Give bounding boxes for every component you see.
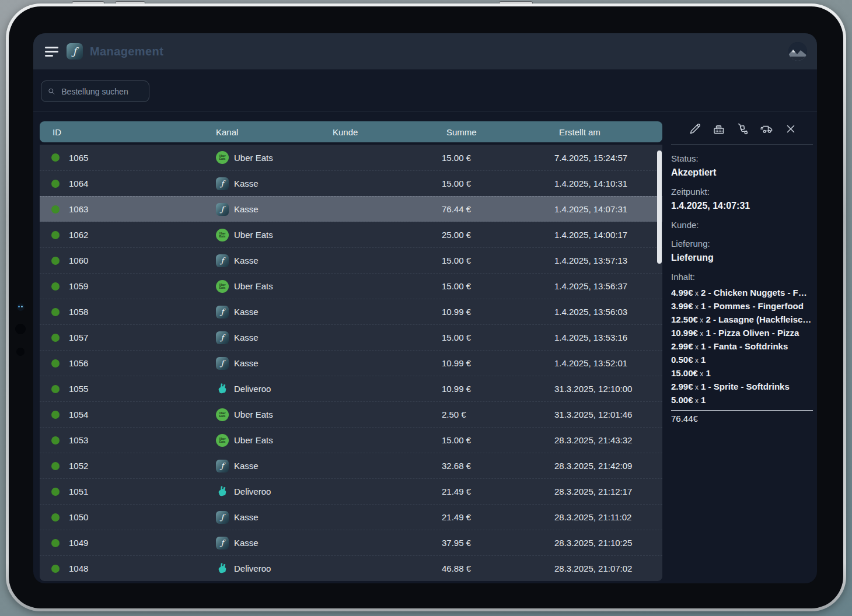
order-channel: UberEats Uber Eats	[216, 229, 333, 242]
order-sum: 76.44 €	[442, 204, 554, 214]
table-row[interactable]: 1055 Deliveroo 10.99 € 31.3.2025, 12:10:…	[40, 376, 662, 401]
order-sum: 15.00 €	[442, 332, 554, 342]
table-row[interactable]: 1059 UberEats Uber Eats 15.00 € 1.4.2025…	[40, 273, 662, 299]
uber-eats-icon: UberEats	[216, 408, 229, 421]
status-dot	[51, 436, 60, 444]
order-id: 1060	[69, 256, 216, 265]
table-row[interactable]: 1062 UberEats Uber Eats 25.00 € 1.4.2025…	[40, 222, 662, 247]
time-label: Zeitpunkt:	[671, 187, 813, 197]
table-row[interactable]: 1054 UberEats Uber Eats 2.50 € 31.3.2025…	[40, 401, 662, 427]
kasse-icon: ƒ	[216, 331, 229, 344]
deliveroo-icon	[216, 485, 229, 498]
order-channel: ƒ Kasse	[216, 331, 333, 344]
order-channel: UberEats Uber Eats	[216, 434, 333, 447]
front-camera-icon	[17, 303, 25, 311]
order-sum: 15.00 €	[442, 281, 554, 291]
page-title: Management	[90, 33, 163, 69]
order-channel: Deliveroo	[216, 485, 333, 498]
avatar[interactable]	[788, 42, 807, 61]
order-id: 1052	[69, 461, 216, 471]
close-icon[interactable]	[784, 122, 798, 136]
order-item: 10.99€ x 1 - Pizza Oliven - Pizza	[671, 327, 813, 340]
order-channel: UberEats Uber Eats	[216, 408, 333, 421]
order-created: 1.4.2025, 14:10:31	[554, 178, 662, 188]
channel-label: Uber Eats	[234, 230, 273, 240]
delivery-value: Lieferung	[671, 253, 813, 263]
search-input[interactable]	[60, 86, 143, 97]
table-row[interactable]: 1052 ƒ Kasse 32.68 € 28.3.2025, 21:42:09	[40, 453, 662, 478]
scrollbar-thumb[interactable]	[657, 150, 662, 264]
status-dot	[51, 308, 60, 316]
column-header-id: ID	[53, 127, 216, 137]
order-sum: 46.88 €	[442, 564, 554, 573]
cash-register-icon[interactable]	[712, 122, 726, 136]
table-row[interactable]: 1051 Deliveroo 21.49 € 28.3.2025, 21:12:…	[40, 478, 662, 504]
order-id: 1054	[69, 410, 216, 419]
order-sum: 10.99 €	[442, 307, 554, 317]
time-value: 1.4.2025, 14:07:31	[671, 201, 813, 211]
kasse-icon: ƒ	[216, 511, 229, 524]
status-dot	[51, 539, 60, 547]
channel-label: Kasse	[234, 358, 259, 368]
search-box	[41, 80, 149, 102]
edit-icon[interactable]	[688, 122, 702, 136]
order-id: 1062	[69, 230, 216, 240]
channel-label: Kasse	[234, 178, 259, 188]
order-channel: ƒ Kasse	[216, 511, 333, 524]
order-items-list: 4.99€ x 2 - Chicken Nuggets - F… 3.99€ x…	[671, 286, 813, 407]
order-sum: 2.50 €	[442, 410, 554, 419]
order-created: 28.3.2025, 21:42:09	[554, 461, 662, 471]
table-row[interactable]: 1056 ƒ Kasse 10.99 € 1.4.2025, 13:52:01	[40, 350, 662, 376]
channel-label: Kasse	[234, 256, 259, 265]
table-row[interactable]: 1057 ƒ Kasse 15.00 € 1.4.2025, 13:53:16	[40, 324, 662, 350]
uber-eats-icon: UberEats	[216, 434, 229, 447]
table-row[interactable]: 1064 ƒ Kasse 15.00 € 1.4.2025, 14:10:31	[40, 170, 662, 196]
order-id: 1064	[69, 178, 216, 188]
uber-eats-icon: UberEats	[216, 151, 229, 164]
order-item: 15.00€ x 1	[671, 367, 813, 380]
delivery-truck-icon[interactable]	[760, 122, 774, 136]
order-item: 2.99€ x 1 - Sprite - Softdrinks	[671, 380, 813, 394]
status-dot	[51, 153, 60, 162]
order-sum: 37.95 €	[442, 538, 554, 548]
status-dot	[51, 231, 60, 239]
hamburger-menu-icon[interactable]	[45, 47, 59, 57]
order-sum: 15.00 €	[442, 153, 554, 163]
divider	[33, 111, 817, 111]
order-id: 1058	[69, 307, 216, 317]
status-label: Status:	[671, 153, 813, 163]
order-id: 1057	[69, 332, 216, 342]
order-item: 5.00€ x 1	[671, 394, 813, 407]
divider	[671, 144, 813, 145]
table-row[interactable]: 1053 UberEats Uber Eats 15.00 € 28.3.202…	[40, 427, 662, 453]
column-header-kunde: Kunde	[333, 127, 442, 137]
channel-label: Deliveroo	[234, 487, 271, 496]
search-icon	[47, 86, 55, 96]
order-sum: 15.00 €	[442, 435, 554, 445]
table-row[interactable]: 1049 ƒ Kasse 37.95 € 28.3.2025, 21:10:25	[40, 530, 662, 555]
table-row[interactable]: 1063 ƒ Kasse 76.44 € 1.4.2025, 14:07:31	[40, 196, 662, 222]
order-id: 1053	[69, 435, 216, 445]
channel-label: Uber Eats	[234, 153, 273, 163]
order-created: 1.4.2025, 13:53:16	[554, 332, 662, 342]
table-row[interactable]: 1058 ƒ Kasse 10.99 € 1.4.2025, 13:56:03	[40, 299, 662, 324]
table-row[interactable]: 1050 ƒ Kasse 21.49 € 28.3.2025, 21:11:02	[40, 504, 662, 530]
camera-lens	[16, 348, 25, 356]
order-item: 0.50€ x 1	[671, 354, 813, 367]
detail-toolbar	[671, 118, 813, 144]
table-row[interactable]: 1048 Deliveroo 46.88 € 28.3.2025, 21:07:…	[40, 555, 662, 581]
deliveroo-icon	[216, 383, 229, 396]
table-row[interactable]: 1065 UberEats Uber Eats 15.00 € 7.4.2025…	[40, 145, 662, 170]
status-dot	[51, 411, 60, 419]
table-row[interactable]: 1060 ƒ Kasse 15.00 € 1.4.2025, 13:57:13	[40, 247, 662, 273]
handtruck-icon[interactable]	[736, 122, 750, 136]
column-header-erstellt: Erstellt am	[559, 127, 662, 137]
channel-label: Deliveroo	[234, 384, 271, 394]
order-channel: ƒ Kasse	[216, 306, 333, 318]
order-channel: ƒ Kasse	[216, 460, 333, 473]
order-created: 28.3.2025, 21:10:25	[554, 538, 662, 548]
uber-eats-icon: UberEats	[216, 229, 229, 242]
order-created: 1.4.2025, 13:56:03	[554, 307, 662, 317]
status-dot	[51, 180, 60, 188]
content-label: Inhalt:	[671, 272, 813, 282]
